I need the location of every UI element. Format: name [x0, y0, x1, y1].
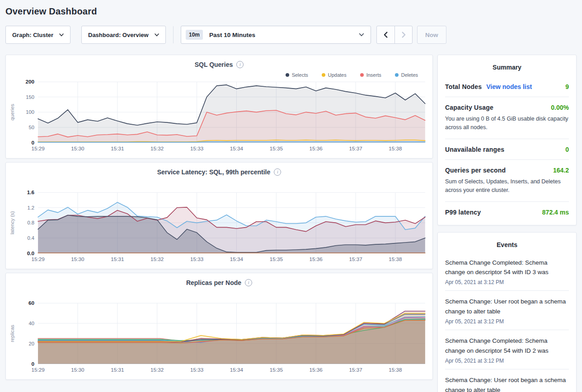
svg-text:15:30: 15:30 — [71, 367, 84, 373]
svg-text:15:29: 15:29 — [31, 145, 44, 151]
svg-text:15:36: 15:36 — [310, 256, 323, 262]
time-range-selector[interactable]: 10m Past 10 Minutes — [181, 26, 371, 44]
svg-text:60: 60 — [28, 300, 35, 306]
summary-label: Capacity Usage — [445, 104, 493, 111]
svg-text:0: 0 — [31, 360, 34, 366]
legend-dot — [286, 73, 289, 77]
summary-row-total-nodes: Total Nodes View nodes list 9 — [445, 76, 569, 97]
svg-text:15:31: 15:31 — [111, 367, 124, 373]
svg-text:15:34: 15:34 — [230, 367, 244, 373]
chevron-right-icon — [399, 31, 408, 39]
chart-canvas-replicas-per-node[interactable]: 15:2915:3015:3115:3215:3315:3415:3515:36… — [9, 299, 430, 377]
svg-text:15:34: 15:34 — [230, 145, 244, 151]
event-text: Schema Change: User root began a schema … — [445, 297, 569, 317]
chart-title: Replicas per Node — [186, 279, 241, 286]
svg-text:15:35: 15:35 — [270, 145, 283, 151]
legend-label: Selects — [292, 72, 308, 78]
svg-text:15:30: 15:30 — [71, 145, 84, 151]
graph-dropdown-label: Graph: Cluster — [12, 32, 53, 38]
summary-label: Unavailable ranges — [445, 146, 504, 153]
dashboard-dropdown-label: Dashboard: Overview — [88, 32, 149, 38]
legend-dot — [322, 73, 325, 77]
svg-text:15:32: 15:32 — [150, 367, 164, 373]
svg-text:15:34: 15:34 — [230, 256, 244, 262]
svg-text:15:37: 15:37 — [349, 367, 362, 373]
summary-row-capacity-usage: Capacity Usage 0.00% You are using 0 B o… — [445, 97, 569, 139]
next-time-button[interactable] — [394, 26, 412, 43]
summary-value: 0 — [565, 146, 569, 153]
svg-text:queries: queries — [9, 104, 15, 121]
dashboard-dropdown[interactable]: Dashboard: Overview — [81, 26, 166, 44]
legend-item: Updates — [322, 72, 347, 77]
svg-text:15:29: 15:29 — [31, 367, 44, 373]
chevron-left-icon — [382, 31, 390, 39]
chevron-down-icon — [155, 33, 159, 37]
chart-card-service-latency: Service Latency: SQL, 99th percentile i … — [5, 162, 433, 269]
summary-label: Total Nodes — [445, 83, 482, 90]
summary-label: P99 latency — [445, 209, 481, 216]
chart-canvas-sql-queries[interactable]: 15:2915:3015:3115:3215:3315:3415:3515:36… — [9, 77, 430, 155]
legend-item: Selects — [286, 72, 308, 77]
svg-text:0.8: 0.8 — [27, 220, 34, 225]
event-text: Schema Change: User root began a schema … — [445, 375, 569, 392]
svg-text:0: 0 — [31, 140, 34, 145]
graph-dropdown[interactable]: Graph: Cluster — [5, 26, 70, 44]
chart-title: SQL Queries — [195, 61, 233, 68]
info-icon[interactable]: i — [245, 279, 252, 286]
svg-text:15:33: 15:33 — [190, 145, 203, 151]
info-icon[interactable]: i — [274, 168, 281, 176]
event-timestamp: Apr 05, 2021 at 3:12 PM — [445, 279, 569, 285]
summary-panel: Summary Total Nodes View nodes list 9 Ca… — [437, 55, 577, 225]
event-item[interactable]: Schema Change Completed: Schema change o… — [445, 330, 569, 369]
controls-divider — [173, 26, 174, 43]
svg-text:150: 150 — [26, 94, 34, 100]
svg-text:200: 200 — [25, 79, 34, 84]
prev-time-button[interactable] — [377, 26, 394, 43]
svg-text:15:32: 15:32 — [150, 145, 164, 151]
legend-dot — [360, 73, 364, 77]
info-icon[interactable]: i — [236, 61, 244, 68]
event-item[interactable]: Schema Change: User root began a schema … — [445, 291, 569, 330]
legend-dot — [395, 73, 399, 77]
time-range-badge: 10m — [186, 30, 203, 40]
summary-title: Summary — [445, 64, 569, 71]
svg-text:15:35: 15:35 — [270, 367, 283, 373]
svg-text:15:32: 15:32 — [150, 256, 164, 262]
svg-text:15:33: 15:33 — [190, 256, 203, 262]
chart-card-sql-queries: SQL Queries i Selects Updates Inserts — [5, 55, 433, 159]
svg-text:1.2: 1.2 — [27, 205, 34, 210]
legend-item: Deletes — [395, 72, 418, 77]
chart-canvas-service-latency[interactable]: 15:2915:3015:3115:3215:3315:3415:3515:36… — [9, 188, 430, 266]
svg-text:15:33: 15:33 — [190, 367, 203, 373]
svg-text:15:36: 15:36 — [310, 145, 323, 151]
chevron-down-icon — [59, 33, 64, 37]
chart-card-replicas-per-node: Replicas per Node i 15:2915:3015:3115:32… — [5, 273, 433, 380]
event-text: Schema Change Completed: Schema change o… — [445, 336, 569, 356]
svg-text:15:31: 15:31 — [111, 145, 124, 151]
svg-text:15:37: 15:37 — [349, 256, 362, 262]
svg-text:15:37: 15:37 — [349, 145, 362, 151]
summary-row-queries-per-second: Queries per second 164.2 Sum of Selects,… — [445, 160, 569, 202]
event-item[interactable]: Schema Change: User root began a schema … — [445, 369, 569, 392]
now-button[interactable]: Now — [417, 26, 446, 44]
svg-text:20: 20 — [29, 341, 34, 346]
svg-text:0.0: 0.0 — [27, 250, 35, 256]
summary-row-unavailable-ranges: Unavailable ranges 0 — [445, 139, 569, 160]
svg-text:50: 50 — [29, 125, 34, 130]
summary-label: Queries per second — [445, 167, 506, 174]
svg-text:0.4: 0.4 — [27, 235, 34, 241]
summary-value: 872.4 ms — [542, 209, 569, 216]
page-title: Overview Dashboard — [5, 6, 582, 17]
events-panel: Events Schema Change Completed: Schema c… — [437, 232, 577, 392]
event-text: Schema Change Completed: Schema change o… — [445, 258, 569, 278]
nodes-list-link[interactable]: View nodes list — [486, 83, 532, 90]
time-range-label: Past 10 Minutes — [209, 32, 359, 38]
svg-text:15:29: 15:29 — [31, 256, 44, 262]
summary-value: 164.2 — [553, 167, 569, 174]
svg-text:15:38: 15:38 — [389, 145, 402, 151]
legend-label: Deletes — [401, 72, 418, 78]
svg-text:15:30: 15:30 — [71, 256, 84, 262]
chart-legend: Selects Updates Inserts Deletes — [9, 68, 430, 77]
event-item[interactable]: Schema Change Completed: Schema change o… — [445, 252, 569, 291]
svg-text:replicas: replicas — [9, 325, 15, 342]
